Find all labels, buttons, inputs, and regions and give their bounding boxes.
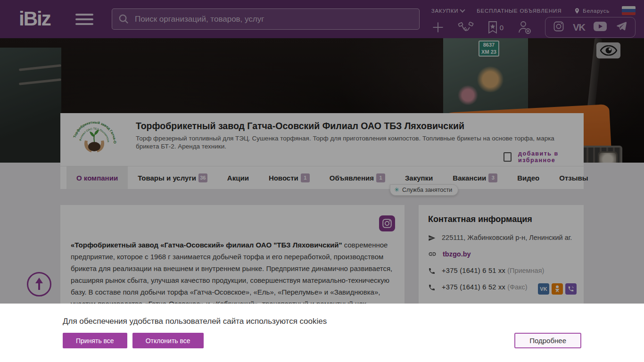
cookie-details-button[interactable]: Подробнее <box>514 333 581 348</box>
accept-all-button[interactable]: Принять все <box>63 333 127 348</box>
decline-all-button[interactable]: Отклонить все <box>132 333 204 348</box>
cookie-message: Для обеспечения удобства пользователей с… <box>63 317 327 326</box>
cookie-consent-banner: Для обеспечения удобства пользователей с… <box>0 304 644 362</box>
